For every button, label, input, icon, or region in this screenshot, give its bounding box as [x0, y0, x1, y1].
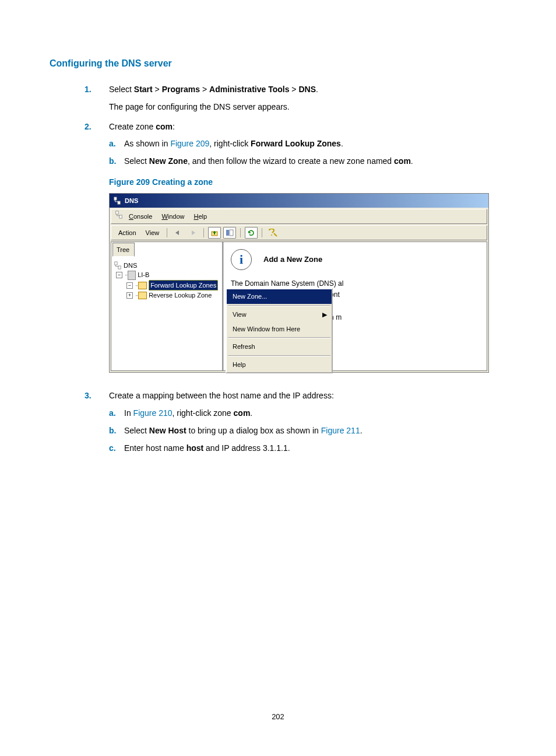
dns-app-icon [113, 197, 121, 205]
tree-pane: Tree DNS −·· LI-B [111, 242, 223, 370]
tree-label-selected: Forward Lookup Zones [149, 280, 218, 291]
step-2a: a. As shown in Figure 209, right-click F… [109, 137, 506, 151]
tree-tab[interactable]: Tree [112, 243, 135, 257]
step-marker: 1. [85, 83, 92, 97]
figure-link[interactable]: Figure 211 [321, 426, 360, 435]
text: and IP address 3.1.1.1. [203, 443, 290, 453]
figure-link[interactable]: Figure 209 [170, 139, 209, 148]
tree-server[interactable]: −·· LI-B [114, 270, 220, 280]
ctx-new-window[interactable]: New Window from Here [227, 322, 332, 337]
toolbar-separator [167, 228, 167, 237]
menu-help[interactable]: Help [191, 211, 211, 222]
menu-console[interactable]: Console [125, 211, 156, 222]
step-2b: b. Select New Zone, and then follow the … [109, 155, 506, 169]
figure-caption: Figure 209 Creating a zone [109, 176, 506, 190]
step-text: Select Start > Programs > Administrative… [109, 85, 318, 94]
server-icon [128, 271, 136, 280]
bold-com: com [394, 156, 411, 166]
page: Configuring the DNS server 1. Select Sta… [0, 0, 556, 756]
text: Select [124, 426, 149, 435]
bold-com: com [156, 122, 173, 131]
step-text: Create zone com: [109, 122, 175, 131]
toolbar-action[interactable]: Action [115, 228, 140, 239]
step-1: 1. Select Start > Programs > Administrat… [85, 83, 506, 114]
step-3: 3. Create a mapping between the host nam… [85, 389, 506, 455]
ctx-separator [228, 355, 330, 356]
refresh-icon[interactable] [245, 227, 258, 239]
tree-line: ·· [135, 290, 138, 300]
folder-icon [138, 292, 147, 299]
svg-rect-5 [226, 230, 229, 236]
tree-root[interactable]: DNS [114, 261, 220, 271]
menu-window[interactable]: Window [158, 211, 188, 222]
step-2: 2. Create zone com: a. As shown in Figur… [85, 120, 506, 373]
help-icon[interactable] [266, 227, 279, 239]
text: > [153, 85, 162, 94]
bold-start: Start [134, 85, 153, 94]
toolbar: Action View [111, 225, 487, 240]
text: Select [109, 85, 134, 94]
step-marker: 3. [85, 389, 92, 403]
ctx-separator [228, 305, 330, 306]
ordered-steps: 1. Select Start > Programs > Administrat… [85, 83, 506, 455]
dns-root-icon [114, 261, 122, 270]
ctx-new-zone[interactable]: New Zone... [227, 289, 332, 304]
toolbar-separator [262, 228, 262, 237]
figure-link[interactable]: Figure 210 [133, 408, 173, 418]
toolbar-separator [203, 228, 204, 237]
ctx-refresh[interactable]: Refresh [227, 340, 332, 354]
alpha-marker: b. [109, 155, 116, 169]
bold-dns: DNS [298, 85, 316, 94]
context-menu: New Zone... View ▶ New Window from Here … [226, 288, 333, 373]
svg-rect-8 [115, 262, 117, 265]
page-number: 202 [0, 712, 556, 721]
text: , right-click zone [173, 408, 234, 418]
folder-icon [138, 282, 147, 289]
text: Enter host name [124, 443, 186, 453]
alpha-marker: a. [109, 407, 116, 421]
ctx-help[interactable]: Help [227, 358, 332, 372]
tree-label: DNS [124, 261, 137, 271]
step-subtext: The page for configuring the DNS server … [109, 100, 506, 114]
text: As shown in [124, 139, 170, 148]
step-text: Create a mapping between the host name a… [109, 391, 334, 400]
svg-rect-0 [114, 197, 117, 200]
menubar: Console Window Help [111, 209, 487, 224]
svg-point-7 [271, 235, 272, 236]
tree-flz[interactable]: −·· Forward Lookup Zones [114, 280, 220, 291]
dns-mmc-window: DNS Console Window Help Action View [109, 193, 489, 373]
tree: DNS −·· LI-B −·· Forward Lookup Zones [111, 257, 222, 304]
text: : [173, 122, 175, 131]
collapse-icon[interactable]: − [126, 282, 133, 289]
text: . [316, 85, 318, 94]
collapse-icon[interactable]: − [116, 272, 122, 278]
alpha-list: a. In Figure 210, right-click zone com. … [109, 407, 506, 455]
ctx-separator [228, 337, 330, 338]
tree-line: ·· [135, 281, 138, 290]
ctx-view[interactable]: View ▶ [227, 307, 332, 322]
text: Create zone [109, 122, 156, 131]
bold-admin-tools: Administrative Tools [209, 85, 289, 94]
text: to bring up a dialog box as shown in [186, 426, 321, 435]
text: . [411, 156, 413, 166]
svg-rect-6 [230, 230, 233, 236]
tree-rlz[interactable]: +·· Reverse Lookup Zone [114, 290, 220, 300]
ctx-label: View [233, 311, 247, 318]
back-icon[interactable] [171, 227, 184, 239]
text: , and then follow the wizard to create a… [188, 156, 394, 166]
bold-flz: Forward Lookup Zones [251, 139, 341, 148]
show-hide-icon[interactable] [223, 227, 236, 239]
bold-new-zone: New Zone [149, 156, 188, 166]
svg-rect-2 [116, 211, 118, 214]
toolbar-view[interactable]: View [142, 228, 163, 239]
tree-line: ·· [125, 270, 127, 280]
toolbar-separator [240, 228, 241, 237]
up-folder-icon[interactable] [208, 227, 221, 239]
alpha-marker: a. [109, 137, 116, 151]
bold-programs: Programs [162, 85, 200, 94]
expand-icon[interactable]: + [126, 292, 133, 299]
text: > [289, 85, 298, 94]
forward-icon[interactable] [186, 227, 199, 239]
text: , right-click [209, 139, 251, 148]
alpha-marker: b. [109, 424, 116, 438]
